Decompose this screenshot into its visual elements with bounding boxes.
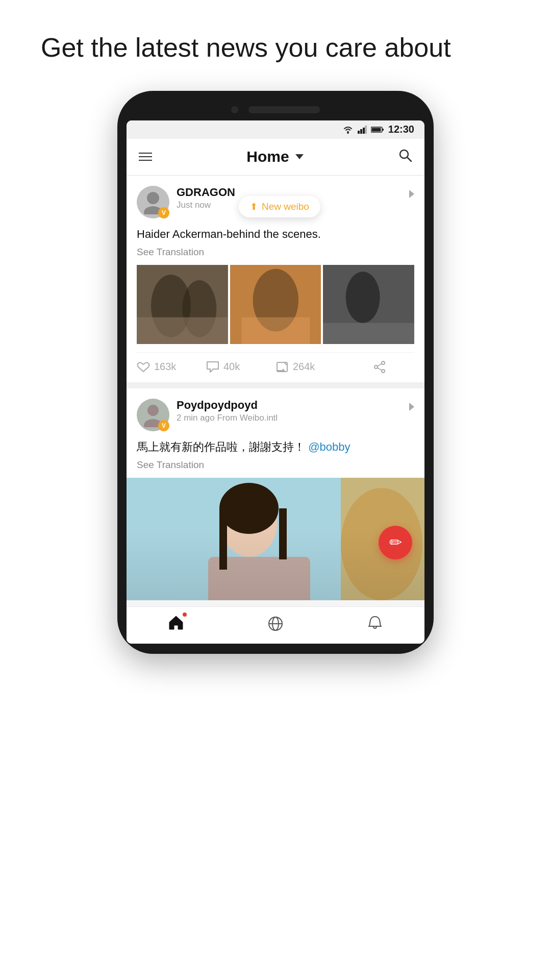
post-images-1 xyxy=(137,265,414,344)
svg-rect-1 xyxy=(358,131,360,134)
wifi-icon xyxy=(342,126,354,134)
like-count-1: 163k xyxy=(154,361,176,373)
svg-line-9 xyxy=(407,157,411,161)
post-card-1: V GDRAGON Just now ⬆ New weibo Haider Ac… xyxy=(127,176,424,382)
comment-button-1[interactable]: 40k xyxy=(206,361,276,373)
svg-rect-18 xyxy=(241,317,310,344)
svg-point-35 xyxy=(219,483,279,534)
home-notification-dot xyxy=(183,612,187,617)
share-icon-1 xyxy=(373,361,386,373)
new-weibo-popup[interactable]: ⬆ New weibo xyxy=(239,196,320,217)
post-image-1b[interactable] xyxy=(230,265,321,344)
explore-icon xyxy=(267,615,284,632)
svg-rect-2 xyxy=(360,129,362,134)
avatar-wrapper-2: V xyxy=(137,399,169,431)
bell-icon xyxy=(366,615,384,632)
like-button-1[interactable]: 163k xyxy=(137,361,206,373)
svg-rect-34 xyxy=(208,557,310,600)
verified-badge-2: V xyxy=(158,420,169,431)
post-header-1: V GDRAGON Just now ⬆ New weibo xyxy=(137,186,414,218)
repost-count-1: 264k xyxy=(293,361,315,373)
status-icons: 12:30 xyxy=(342,124,414,135)
page-headline: Get the latest news you care about xyxy=(0,0,551,91)
post-username-2[interactable]: Poydpoydpoyd xyxy=(177,399,409,412)
post-image-1a[interactable] xyxy=(137,265,228,344)
new-weibo-arrow-icon: ⬆ xyxy=(250,201,258,212)
post-text-1: Haider Ackerman-behind the scenes. xyxy=(137,226,414,242)
svg-line-26 xyxy=(378,363,382,366)
comment-count-1: 40k xyxy=(223,361,240,373)
search-button[interactable] xyxy=(398,148,412,166)
svg-point-10 xyxy=(147,192,159,204)
status-bar: 12:30 xyxy=(127,120,424,139)
nav-home[interactable] xyxy=(167,614,185,633)
post-expand-icon-1[interactable] xyxy=(409,190,414,198)
header-title-text: Home xyxy=(246,148,289,165)
battery-icon xyxy=(371,126,384,133)
phone-frame: 12:30 Home xyxy=(117,91,434,654)
comment-icon-1 xyxy=(206,361,219,373)
svg-rect-7 xyxy=(371,128,381,131)
repost-button-1[interactable]: 264k xyxy=(276,361,345,373)
app-header: Home xyxy=(127,139,424,176)
svg-rect-6 xyxy=(382,129,384,131)
svg-rect-36 xyxy=(219,508,227,570)
compose-fab[interactable]: ✏ xyxy=(379,526,412,559)
see-translation-2[interactable]: See Translation xyxy=(137,459,414,471)
new-weibo-text: New weibo xyxy=(262,201,309,212)
post-timestamp-2: 2 min ago From Weibo.intl xyxy=(177,413,409,423)
svg-rect-21 xyxy=(323,323,414,344)
post-mention[interactable]: @bobby xyxy=(308,440,350,453)
post-image-1c[interactable] xyxy=(323,265,414,344)
svg-point-0 xyxy=(347,132,349,134)
svg-rect-37 xyxy=(279,508,287,559)
post-card-2: V Poydpoydpoyd 2 min ago From Weibo.intl… xyxy=(127,388,424,600)
post-meta-2: Poydpoydpoyd 2 min ago From Weibo.intl xyxy=(177,399,409,423)
phone-top-bar xyxy=(127,106,424,120)
chevron-down-icon xyxy=(295,154,304,159)
svg-line-27 xyxy=(378,368,382,370)
share-button-1[interactable] xyxy=(345,361,414,373)
nav-notifications[interactable] xyxy=(366,615,384,632)
repost-icon-1 xyxy=(276,361,289,373)
like-icon-1 xyxy=(137,361,150,373)
svg-rect-15 xyxy=(137,317,228,344)
svg-point-25 xyxy=(382,370,385,373)
bottom-nav xyxy=(127,606,424,644)
svg-rect-4 xyxy=(365,126,367,134)
hamburger-menu[interactable] xyxy=(139,153,152,161)
post-text-2: 馬上就有新的作品啦，謝謝支持！ @bobby xyxy=(137,438,414,455)
post-expand-icon-2[interactable] xyxy=(409,403,414,411)
svg-point-28 xyxy=(147,405,159,416)
feed: V GDRAGON Just now ⬆ New weibo Haider Ac… xyxy=(127,176,424,600)
header-title[interactable]: Home xyxy=(246,148,303,165)
front-camera xyxy=(231,106,238,113)
verified-badge-1: V xyxy=(158,207,169,218)
post-actions-1: 163k 40k xyxy=(137,352,414,382)
home-icon xyxy=(167,614,185,631)
signal-icon xyxy=(358,126,367,134)
earpiece xyxy=(248,106,320,113)
post-header-2: V Poydpoydpoyd 2 min ago From Weibo.intl xyxy=(137,399,414,431)
svg-point-24 xyxy=(374,365,378,369)
svg-rect-3 xyxy=(363,128,365,134)
phone-screen: 12:30 Home xyxy=(127,120,424,644)
svg-point-20 xyxy=(346,272,380,323)
nav-explore[interactable] xyxy=(267,615,284,632)
avatar-wrapper-1: V xyxy=(137,186,169,218)
compose-icon: ✏ xyxy=(389,533,402,551)
svg-point-23 xyxy=(382,361,385,364)
see-translation-1[interactable]: See Translation xyxy=(137,247,414,258)
status-time: 12:30 xyxy=(388,124,414,135)
